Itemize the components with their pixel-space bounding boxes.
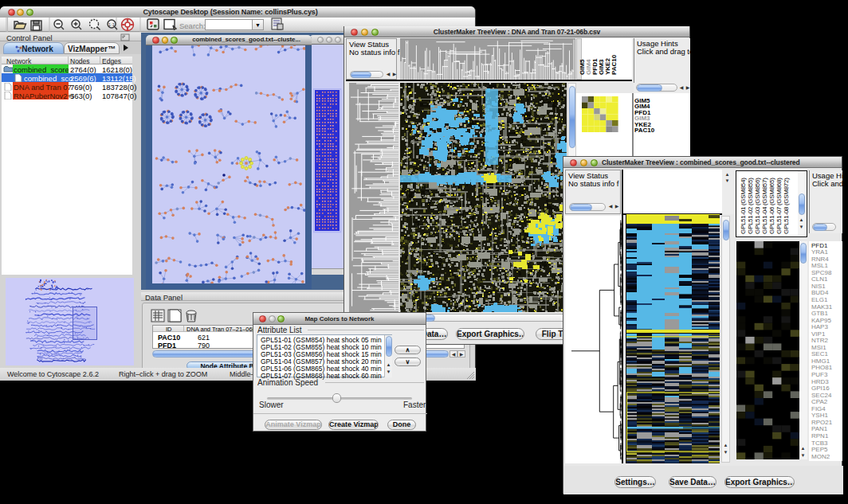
svg-text:1:1: 1:1 <box>108 22 116 27</box>
